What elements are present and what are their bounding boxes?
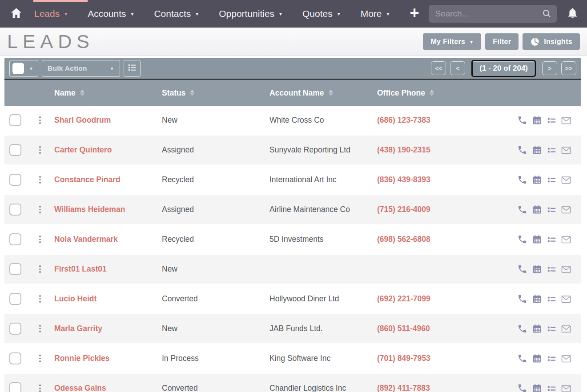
list-icon[interactable] bbox=[546, 115, 557, 126]
calendar-icon[interactable] bbox=[531, 204, 542, 215]
row-checkbox[interactable] bbox=[9, 233, 21, 245]
row-checkbox[interactable] bbox=[9, 204, 21, 216]
notifications-button[interactable] bbox=[567, 7, 579, 21]
call-icon[interactable] bbox=[517, 175, 527, 185]
email-icon[interactable] bbox=[561, 383, 571, 392]
row-menu-icon[interactable] bbox=[36, 116, 44, 124]
email-icon[interactable] bbox=[561, 145, 571, 156]
last-page-button[interactable]: >> bbox=[561, 61, 576, 75]
calendar-icon[interactable] bbox=[531, 145, 542, 156]
sort-arrows-icon[interactable] bbox=[80, 90, 84, 96]
lead-name-link[interactable]: Williams Heideman bbox=[54, 205, 162, 214]
calendar-icon[interactable] bbox=[531, 264, 542, 275]
row-menu-icon[interactable] bbox=[36, 236, 44, 243]
calendar-icon[interactable] bbox=[531, 175, 542, 185]
lead-name-link[interactable]: Nola Vandermark bbox=[54, 235, 162, 244]
call-icon[interactable] bbox=[517, 264, 527, 275]
email-icon[interactable] bbox=[561, 353, 571, 364]
create-button[interactable]: + bbox=[410, 5, 419, 21]
lead-office-phone[interactable]: (892) 411-7883 bbox=[377, 384, 484, 392]
lead-office-phone[interactable]: (715) 216-4009 bbox=[377, 205, 484, 214]
nav-item-quotes[interactable]: Quotes ▼ bbox=[302, 8, 341, 19]
row-checkbox[interactable] bbox=[9, 174, 21, 186]
lead-office-phone[interactable]: (698) 562-6808 bbox=[377, 235, 484, 244]
list-icon[interactable] bbox=[546, 324, 557, 334]
call-icon[interactable] bbox=[517, 145, 527, 156]
nav-item-more[interactable]: More ▼ bbox=[361, 8, 390, 19]
calendar-icon[interactable] bbox=[531, 234, 542, 245]
calendar-icon[interactable] bbox=[531, 324, 542, 334]
sort-arrows-icon[interactable] bbox=[430, 90, 434, 96]
column-header-account-name[interactable]: Account Name bbox=[269, 88, 377, 98]
calendar-icon[interactable] bbox=[531, 115, 542, 126]
row-checkbox[interactable] bbox=[9, 144, 21, 156]
lead-name-link[interactable]: Shari Goodrum bbox=[54, 116, 162, 125]
nav-item-opportunities[interactable]: Opportunities ▼ bbox=[219, 8, 283, 19]
lead-office-phone[interactable]: (438) 190-2315 bbox=[377, 145, 484, 155]
search-icon[interactable] bbox=[542, 8, 552, 21]
call-icon[interactable] bbox=[517, 324, 527, 334]
row-checkbox[interactable] bbox=[9, 382, 21, 392]
lead-office-phone[interactable]: (686) 123-7383 bbox=[377, 116, 484, 125]
call-icon[interactable] bbox=[517, 353, 527, 364]
nav-item-accounts[interactable]: Accounts ▼ bbox=[88, 8, 134, 19]
email-icon[interactable] bbox=[561, 115, 571, 126]
nav-item-contacts[interactable]: Contacts ▼ bbox=[154, 8, 199, 19]
next-page-button[interactable]: > bbox=[542, 61, 557, 75]
list-icon[interactable] bbox=[546, 294, 557, 304]
column-header-name[interactable]: Name bbox=[54, 88, 162, 98]
email-icon[interactable] bbox=[561, 234, 571, 245]
email-icon[interactable] bbox=[561, 294, 571, 304]
lead-office-phone[interactable]: (692) 221-7099 bbox=[377, 294, 484, 304]
bulk-action-dropdown[interactable]: Bulk Action ▼ bbox=[42, 60, 120, 77]
row-checkbox[interactable] bbox=[9, 293, 21, 305]
list-icon[interactable] bbox=[546, 264, 557, 275]
lead-name-link[interactable]: Marla Garrity bbox=[54, 324, 162, 333]
select-all-checkbox[interactable] bbox=[12, 63, 24, 74]
row-menu-icon[interactable] bbox=[36, 146, 44, 154]
list-icon[interactable] bbox=[546, 175, 557, 185]
calendar-icon[interactable] bbox=[531, 294, 542, 304]
lead-name-link[interactable]: Ronnie Pickles bbox=[54, 354, 162, 363]
email-icon[interactable] bbox=[561, 264, 571, 275]
row-checkbox[interactable] bbox=[9, 114, 21, 126]
prev-page-button[interactable]: < bbox=[450, 61, 465, 75]
row-checkbox[interactable] bbox=[9, 352, 21, 364]
insights-button[interactable]: Insights bbox=[523, 33, 580, 50]
row-menu-icon[interactable] bbox=[36, 206, 44, 213]
list-icon[interactable] bbox=[546, 353, 557, 364]
column-header-office-phone[interactable]: Office Phone bbox=[377, 88, 484, 98]
row-menu-icon[interactable] bbox=[36, 295, 44, 303]
email-icon[interactable] bbox=[561, 204, 571, 215]
email-icon[interactable] bbox=[561, 324, 571, 334]
email-icon[interactable] bbox=[561, 175, 571, 185]
row-menu-icon[interactable] bbox=[36, 384, 44, 392]
home-button[interactable] bbox=[10, 7, 23, 21]
column-chooser-button[interactable] bbox=[124, 60, 141, 77]
nav-item-leads[interactable]: Leads ▼ bbox=[34, 8, 68, 19]
lead-office-phone[interactable]: (701) 849-7953 bbox=[377, 354, 484, 363]
lead-name-link[interactable]: Constance Pinard bbox=[54, 175, 162, 184]
sort-arrows-icon[interactable] bbox=[329, 90, 333, 96]
call-icon[interactable] bbox=[517, 294, 527, 304]
select-all-dropdown[interactable]: ▼ bbox=[9, 60, 38, 77]
lead-name-link[interactable]: First01 Last01 bbox=[54, 264, 162, 274]
calendar-icon[interactable] bbox=[531, 383, 542, 392]
list-icon[interactable] bbox=[546, 145, 557, 156]
lead-office-phone[interactable]: (836) 439-8393 bbox=[377, 175, 484, 184]
row-checkbox[interactable] bbox=[9, 323, 21, 335]
list-icon[interactable] bbox=[546, 383, 557, 392]
lead-office-phone[interactable]: (860) 511-4960 bbox=[377, 324, 484, 333]
column-header-status[interactable]: Status bbox=[162, 88, 269, 98]
call-icon[interactable] bbox=[517, 115, 527, 126]
row-menu-icon[interactable] bbox=[36, 265, 44, 273]
first-page-button[interactable]: << bbox=[431, 61, 446, 75]
row-checkbox[interactable] bbox=[9, 263, 21, 275]
row-menu-icon[interactable] bbox=[36, 176, 44, 184]
my-filters-button[interactable]: My Filters ▼ bbox=[423, 33, 481, 50]
list-icon[interactable] bbox=[546, 234, 557, 245]
list-icon[interactable] bbox=[546, 204, 557, 215]
call-icon[interactable] bbox=[517, 234, 527, 245]
lead-name-link[interactable]: Lucio Heidt bbox=[54, 294, 162, 304]
call-icon[interactable] bbox=[517, 204, 527, 215]
